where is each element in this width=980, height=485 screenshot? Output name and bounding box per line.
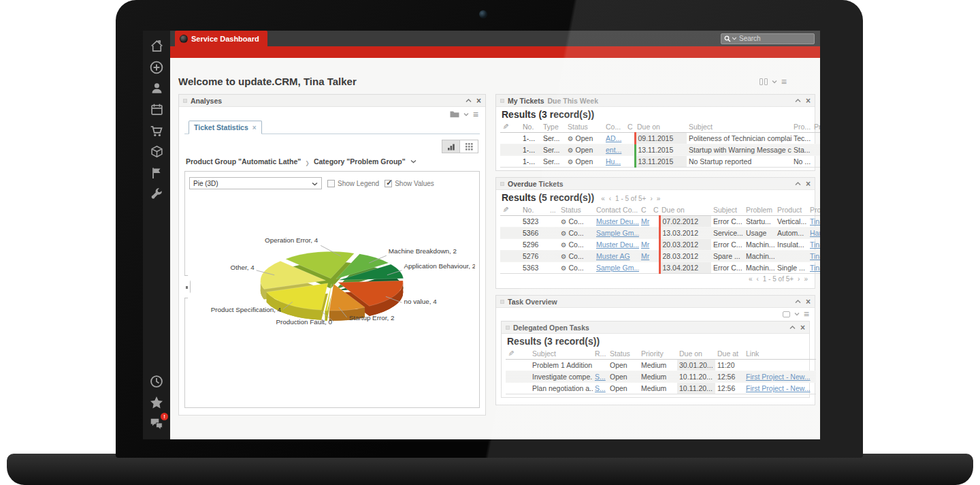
column-header[interactable]: C: [625, 121, 635, 133]
column-header[interactable]: Status: [608, 347, 639, 360]
table-row[interactable]: 5323Co...Muster Deu...Mr07.02.2012Error …: [500, 216, 820, 228]
show-legend-checkbox[interactable]: [327, 180, 335, 187]
column-header[interactable]: Due on: [677, 347, 715, 360]
sidebar-item-history-clock-icon[interactable]: [148, 373, 165, 390]
column-header[interactable]: Problem: [744, 204, 775, 216]
sidebar-item-home-icon[interactable]: [148, 37, 165, 55]
close-tab-icon[interactable]: [252, 124, 257, 131]
close-icon[interactable]: [806, 298, 811, 305]
last-page-button[interactable]: »: [804, 275, 808, 283]
chevron-down-icon[interactable]: [410, 159, 416, 163]
table-row[interactable]: 1-...Ser...OpenAD...09.11.2015Politeness…: [500, 133, 820, 144]
table-row[interactable]: Investigate compe...S...OpenMedium10.11.…: [506, 371, 816, 383]
collapse-icon[interactable]: [795, 99, 801, 103]
sidebar-item-favorites-star-icon[interactable]: [148, 394, 165, 411]
column-header[interactable]: No.: [521, 121, 541, 133]
record-link[interactable]: Mr: [641, 252, 649, 260]
close-icon[interactable]: [806, 181, 811, 187]
record-link[interactable]: AD...: [606, 134, 621, 142]
column-header[interactable]: Priority: [639, 347, 677, 360]
close-icon[interactable]: [476, 97, 481, 104]
column-header[interactable]: Link: [744, 347, 816, 360]
last-page-button[interactable]: »: [657, 195, 661, 202]
table-row[interactable]: 5276Co...Muster AGMr28.03.2012Spare ...M…: [500, 251, 820, 262]
breadcrumb-item[interactable]: Product Group "Automatic Lathe": [186, 157, 301, 166]
collapse-icon[interactable]: [795, 300, 801, 304]
menu-icon[interactable]: [473, 111, 478, 118]
drag-grip-icon[interactable]: [500, 182, 504, 186]
sidebar-item-wrench-icon[interactable]: [148, 185, 165, 203]
analyses-panel-header[interactable]: Analyses: [179, 95, 485, 107]
sidebar-item-contacts-person-icon[interactable]: [148, 80, 165, 97]
column-header[interactable]: Proces...: [808, 204, 820, 216]
record-link[interactable]: Tina Ta...: [810, 217, 820, 225]
menu-icon[interactable]: [804, 311, 809, 317]
edit-pencil-icon[interactable]: [508, 349, 514, 357]
breadcrumb-item[interactable]: Category "Problem Group": [314, 157, 406, 166]
record-link[interactable]: Hu...: [606, 157, 621, 166]
column-header[interactable]: Pro...: [791, 121, 812, 133]
column-header[interactable]: Subject: [530, 347, 593, 360]
table-row[interactable]: 5366Co...Sample Gm...13.03.2012Service..…: [500, 228, 820, 239]
column-header[interactable]: C: [639, 204, 651, 216]
table-row[interactable]: 1-...Ser...OpenHu...13.11.2015No Startup…: [500, 156, 820, 168]
record-link[interactable]: Mr: [641, 240, 649, 249]
column-header[interactable]: Status: [559, 204, 594, 216]
record-link[interactable]: ent...: [606, 146, 621, 154]
column-header[interactable]: Type: [541, 121, 566, 133]
chevron-down-icon[interactable]: [772, 80, 777, 84]
table-row[interactable]: 5296Co...Muster Deu...Mr20.03.2012Error …: [500, 239, 820, 251]
table-row[interactable]: 5363Co...Sample Gm...13.04.2012Error C..…: [500, 262, 820, 274]
prev-page-button[interactable]: ‹: [609, 195, 611, 202]
collapse-icon[interactable]: [466, 99, 472, 103]
sidebar-item-messages-chat-icon[interactable]: !: [148, 415, 165, 433]
task-overview-header[interactable]: Task Overview: [496, 296, 815, 308]
sidebar-item-products-cube-icon[interactable]: [148, 143, 165, 161]
table-row[interactable]: Problem 1 Addition...OpenMedium30.01.20.…: [506, 360, 816, 371]
drag-grip-icon[interactable]: [500, 99, 504, 103]
chevron-down-icon[interactable]: [463, 112, 469, 116]
prev-page-button[interactable]: ‹: [756, 275, 758, 283]
column-header[interactable]: Subject: [711, 204, 744, 216]
record-link[interactable]: Mr: [641, 217, 649, 225]
edit-pencil-icon[interactable]: [502, 205, 508, 213]
collapse-icon[interactable]: [789, 326, 796, 330]
record-link[interactable]: Harry ...: [810, 229, 820, 237]
close-icon[interactable]: [806, 97, 811, 104]
show-values-checkbox[interactable]: [385, 180, 392, 187]
chart-view-button[interactable]: [442, 140, 460, 153]
chart-type-select[interactable]: Pie (3D): [189, 177, 322, 189]
column-header[interactable]: Product: [775, 204, 808, 216]
edit-pencil-icon[interactable]: [502, 122, 508, 130]
record-link[interactable]: S...: [595, 373, 606, 381]
record-link[interactable]: Sample Gm...: [596, 229, 639, 237]
record-link[interactable]: Muster AG: [596, 252, 630, 260]
table-row[interactable]: 1-...Ser...Openent...13.11.2015Startup w…: [500, 144, 820, 156]
record-link[interactable]: Muster Deu...: [596, 217, 639, 225]
chevron-down-icon[interactable]: [794, 312, 800, 316]
column-header[interactable]: Contact Co...: [594, 204, 639, 216]
close-icon[interactable]: [800, 324, 805, 331]
record-link[interactable]: Tina Ta...: [810, 240, 820, 249]
sidebar-item-add-circle-icon[interactable]: [148, 59, 165, 76]
sidebar-item-calendar-icon[interactable]: [148, 101, 165, 119]
record-link[interactable]: Tina Ta...: [810, 264, 820, 272]
tab-service-dashboard[interactable]: Service Dashboard: [175, 31, 267, 46]
collapse-icon[interactable]: [795, 182, 801, 186]
folder-icon[interactable]: [450, 110, 459, 118]
column-header[interactable]: Pro...: [812, 121, 820, 133]
column-header[interactable]: ...: [548, 204, 559, 216]
search-input[interactable]: [738, 34, 811, 43]
record-link[interactable]: First Project - New...: [746, 384, 811, 392]
my-tickets-header[interactable]: My Tickets Due This Week: [496, 95, 815, 107]
first-page-button[interactable]: «: [601, 195, 605, 202]
column-header[interactable]: Due at: [715, 347, 744, 360]
column-header[interactable]: R...: [593, 347, 608, 360]
column-header[interactable]: Subject: [687, 121, 791, 133]
column-header[interactable]: Co...: [604, 121, 625, 133]
next-page-button[interactable]: ›: [650, 195, 652, 202]
record-link[interactable]: Muster Deu...: [596, 240, 639, 249]
record-link[interactable]: Tina Ta...: [810, 252, 820, 260]
column-header[interactable]: No.: [521, 204, 548, 216]
column-header[interactable]: Due on: [635, 121, 687, 133]
